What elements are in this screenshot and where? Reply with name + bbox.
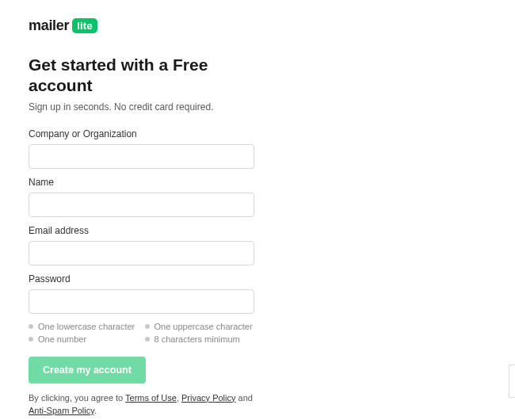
- pw-req: One lowercase character: [29, 322, 139, 331]
- pw-req-text: One lowercase character: [38, 322, 135, 331]
- terms-of-use-link[interactable]: Terms of Use: [125, 393, 177, 403]
- pw-req: 8 characters minimum: [145, 334, 255, 344]
- anti-spam-policy-link[interactable]: Anti-Spam Policy: [29, 406, 94, 415]
- page-title: Get started with a Free account: [29, 55, 254, 97]
- password-field[interactable]: [29, 289, 254, 314]
- terms-text: By clicking, you agree to Terms of Use, …: [29, 391, 254, 418]
- terms-sep: and: [235, 393, 252, 403]
- terms-suffix: .: [94, 406, 97, 415]
- bullet-icon: [145, 337, 150, 342]
- password-label: Password: [29, 273, 254, 284]
- pw-req: One number: [29, 334, 139, 344]
- recaptcha-badge[interactable]: [509, 365, 515, 398]
- password-requirements: One lowercase character One uppercase ch…: [29, 322, 254, 344]
- email-label: Email address: [29, 225, 254, 236]
- pw-req: One uppercase character: [145, 322, 255, 331]
- pw-req-text: One uppercase character: [154, 322, 253, 331]
- subtitle: Sign up in seconds. No credit card requi…: [29, 101, 254, 113]
- bullet-icon: [29, 337, 33, 342]
- email-field[interactable]: [29, 241, 254, 265]
- bullet-icon: [145, 324, 150, 329]
- pw-req-text: One number: [38, 334, 86, 344]
- company-field[interactable]: [29, 144, 254, 169]
- company-label: Company or Organization: [29, 128, 254, 139]
- pw-req-text: 8 characters minimum: [154, 334, 240, 344]
- terms-prefix: By clicking, you agree to: [29, 393, 125, 403]
- name-field[interactable]: [29, 193, 254, 217]
- logo-text: mailer: [29, 17, 69, 34]
- logo-badge: lite: [72, 18, 97, 33]
- logo: mailer lite: [29, 17, 254, 34]
- bullet-icon: [29, 324, 33, 329]
- create-account-button[interactable]: Create my account: [29, 357, 146, 384]
- privacy-policy-link[interactable]: Privacy Policy: [181, 393, 235, 403]
- name-label: Name: [29, 177, 254, 188]
